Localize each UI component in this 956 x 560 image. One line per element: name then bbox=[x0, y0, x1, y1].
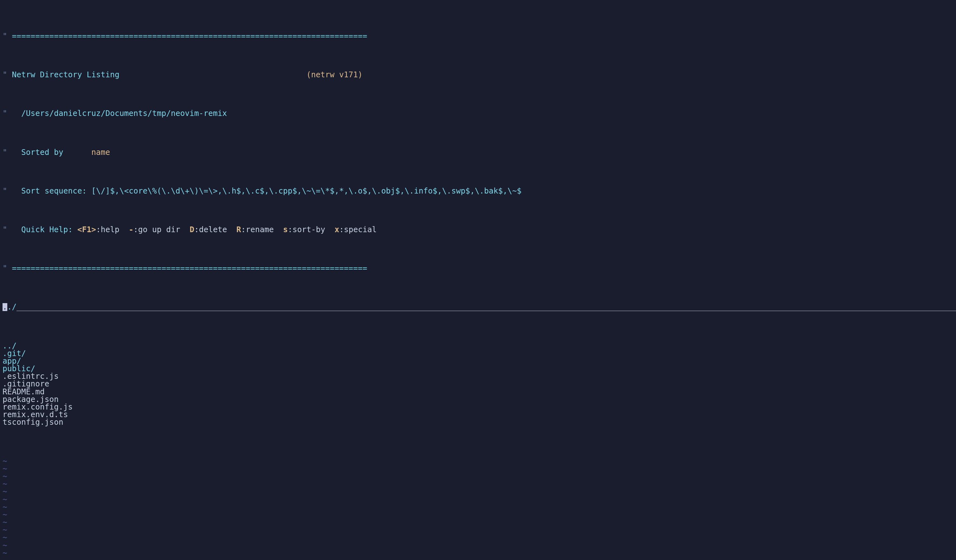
list-item[interactable]: README.md bbox=[3, 388, 956, 395]
empty-line-tilde: ~ bbox=[3, 526, 956, 534]
empty-line-tilde: ~ bbox=[3, 465, 956, 472]
empty-line-tilde: ~ bbox=[3, 519, 956, 526]
empty-line-tilde: ~ bbox=[3, 457, 956, 465]
empty-lines: ~~~~~~~~~~~~~~ bbox=[3, 457, 956, 560]
empty-line-tilde: ~ bbox=[3, 511, 956, 519]
empty-line-tilde: ~ bbox=[3, 480, 956, 488]
editor-screen: " ======================================… bbox=[0, 0, 956, 560]
header-path-row: " /Users/danielcruz/Documents/tmp/neovim… bbox=[3, 110, 956, 117]
list-item[interactable]: .git/ bbox=[3, 350, 956, 357]
empty-line-tilde: ~ bbox=[3, 472, 956, 480]
header-separator-bottom: " ======================================… bbox=[3, 265, 956, 272]
cursor-line-text: ./ bbox=[7, 303, 17, 311]
list-item[interactable]: app/ bbox=[3, 357, 956, 365]
header-separator-top: " ======================================… bbox=[3, 32, 956, 40]
empty-line-tilde: ~ bbox=[3, 549, 956, 557]
empty-line-tilde: ~ bbox=[3, 488, 956, 496]
empty-line-tilde: ~ bbox=[3, 496, 956, 503]
list-item[interactable]: .gitignore bbox=[3, 380, 956, 388]
list-item[interactable]: remix.config.js bbox=[3, 403, 956, 411]
header-sortseq-row: " Sort sequence: [\/]$,\<core\%(\.\d\+\)… bbox=[3, 187, 956, 195]
list-item[interactable]: ../ bbox=[3, 342, 956, 350]
cursor-line-underline bbox=[16, 303, 956, 311]
empty-line-tilde: ~ bbox=[3, 542, 956, 549]
list-item[interactable]: tsconfig.json bbox=[3, 419, 956, 426]
list-item[interactable]: remix.env.d.ts bbox=[3, 411, 956, 419]
list-item[interactable]: .eslintrc.js bbox=[3, 372, 956, 380]
header-quickhelp-row: " Quick Help: <F1>:help -:go up dir D:de… bbox=[3, 226, 956, 234]
list-item[interactable]: package.json bbox=[3, 395, 956, 403]
cursor-cell: . bbox=[3, 303, 7, 311]
cursor-line[interactable]: ../ bbox=[3, 303, 956, 311]
header-title-row: " Netrw Directory Listing (netrw v171) bbox=[3, 71, 956, 78]
header-sorted-row: " Sorted by name bbox=[3, 149, 956, 156]
empty-line-tilde: ~ bbox=[3, 534, 956, 541]
directory-listing: ../.git/app/public/.eslintrc.js.gitignor… bbox=[3, 342, 956, 426]
netrw-buffer[interactable]: " ======================================… bbox=[0, 0, 956, 560]
empty-line-tilde: ~ bbox=[3, 557, 956, 560]
list-item[interactable]: public/ bbox=[3, 365, 956, 372]
empty-line-tilde: ~ bbox=[3, 503, 956, 511]
